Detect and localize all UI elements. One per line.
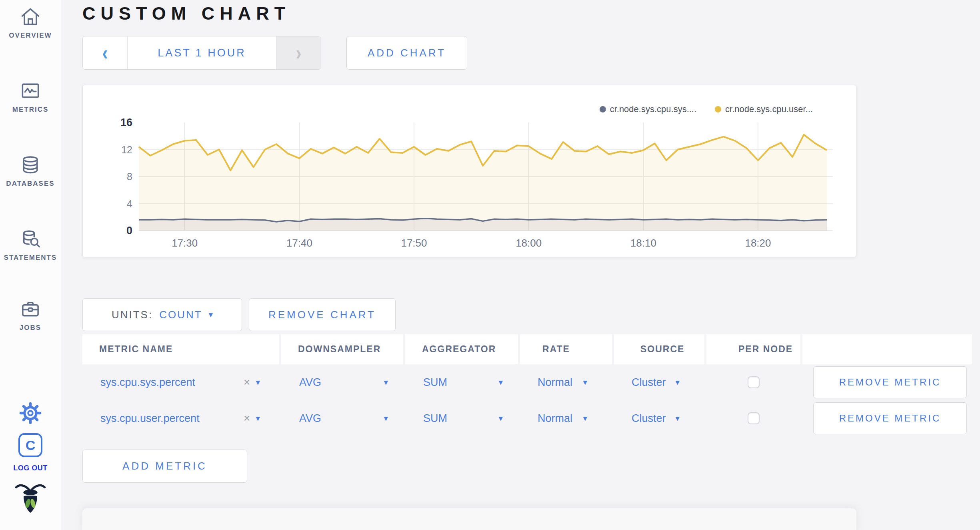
source-value: Cluster <box>632 412 666 425</box>
sidebar-item-jobs[interactable]: JOBS <box>19 298 42 332</box>
main-content: CUSTOM CHART ‹ LAST 1 HOUR › ADD CHART 1… <box>61 0 980 530</box>
cockroach-bug-logo[interactable] <box>15 483 46 516</box>
sidebar-item-databases[interactable]: DATABASES <box>6 154 54 188</box>
time-range-prev-button[interactable]: ‹ <box>83 36 128 69</box>
add-chart-button[interactable]: ADD CHART <box>346 36 467 70</box>
close-icon: × <box>244 412 250 425</box>
per-node-cell <box>706 400 800 436</box>
caret-down-icon: ▾ <box>583 377 587 387</box>
jobs-icon <box>19 298 42 320</box>
sidebar-item-statements[interactable]: STATEMENTS <box>4 228 57 262</box>
caret-down-icon: ▾ <box>256 377 260 387</box>
caret-down-icon: ▾ <box>583 414 587 423</box>
logout-button[interactable]: C LOG OUT <box>13 433 48 472</box>
metric-clear-dropdown[interactable]: × ▾ <box>244 376 260 389</box>
downsampler-value: AVG <box>299 412 321 425</box>
svg-text:18:00: 18:00 <box>516 237 542 249</box>
source-select[interactable]: Cluster ▾ <box>614 400 704 436</box>
remove-chart-button[interactable]: REMOVE CHART <box>249 298 396 331</box>
cockroach-c-logo-icon: C <box>18 433 42 457</box>
remove-metric-button[interactable]: REMOVE METRIC <box>813 402 967 434</box>
time-range-next-button[interactable]: › <box>276 36 321 69</box>
per-node-checkbox[interactable] <box>748 376 760 388</box>
aggregator-value: SUM <box>423 376 447 389</box>
units-label: UNITS: <box>112 309 153 321</box>
column-header-aggregator: AGGREGATOR <box>405 334 518 364</box>
sidebar-item-label: DATABASES <box>6 180 54 188</box>
aggregator-select[interactable]: SUM ▾ <box>405 400 518 436</box>
column-header-source: SOURCE <box>614 334 704 364</box>
sidebar-item-overview[interactable]: OVERVIEW <box>9 6 52 40</box>
metric-name-value[interactable]: sys.cpu.sys.percent <box>100 376 195 389</box>
add-metric-button[interactable]: ADD METRIC <box>82 450 247 483</box>
svg-text:16: 16 <box>120 116 132 128</box>
caret-down-icon: ▾ <box>384 377 388 387</box>
aggregator-value: SUM <box>423 412 447 425</box>
sidebar-item-label: OVERVIEW <box>9 32 52 40</box>
time-range-selector: ‹ LAST 1 HOUR › <box>82 36 321 70</box>
downsampler-select[interactable]: AVG ▾ <box>281 364 403 400</box>
close-icon: × <box>244 376 250 389</box>
svg-text:0: 0 <box>126 225 132 237</box>
table-row-metric-name: sys.cpu.user.percent × ▾ <box>82 400 279 436</box>
rate-value: Normal <box>538 412 572 425</box>
cockroach-bug-icon <box>15 483 46 516</box>
remove-metric-button[interactable]: REMOVE METRIC <box>813 366 967 398</box>
source-value: Cluster <box>632 376 666 389</box>
caret-down-icon: ▾ <box>209 310 213 319</box>
chevron-left-icon: ‹ <box>102 42 108 64</box>
column-header-rate: RATE <box>520 334 612 364</box>
column-header-per-node: PER NODE <box>706 334 800 364</box>
time-range-dropdown[interactable]: LAST 1 HOUR <box>128 36 276 69</box>
rate-select[interactable]: Normal ▾ <box>520 400 612 436</box>
legend-item-sys[interactable]: cr.node.sys.cpu.sys.... <box>600 104 696 114</box>
svg-text:4: 4 <box>127 198 132 209</box>
source-select[interactable]: Cluster ▾ <box>614 364 704 400</box>
column-header-actions <box>802 334 972 364</box>
metric-clear-dropdown[interactable]: × ▾ <box>244 412 260 425</box>
logout-label: LOG OUT <box>13 464 48 472</box>
legend-label: cr.node.sys.cpu.sys.... <box>610 104 696 114</box>
caret-down-icon: ▾ <box>498 377 503 387</box>
caret-down-icon: ▾ <box>675 377 680 387</box>
caret-down-icon: ▾ <box>498 414 503 423</box>
caret-down-icon: ▾ <box>384 414 388 423</box>
rate-select[interactable]: Normal ▾ <box>520 364 612 400</box>
table-row-metric-name: sys.cpu.sys.percent × ▾ <box>82 364 279 400</box>
svg-text:18:20: 18:20 <box>745 237 771 249</box>
chart-legend: cr.node.sys.cpu.sys.... cr.node.sys.cpu.… <box>600 104 813 114</box>
column-header-downsampler: DOWNSAMPLER <box>281 334 403 364</box>
svg-text:8: 8 <box>127 171 132 182</box>
column-header-metric-name: METRIC NAME <box>82 334 279 364</box>
downsampler-select[interactable]: AVG ▾ <box>281 400 403 436</box>
row-actions-cell: REMOVE METRIC <box>802 364 972 400</box>
chevron-right-icon: › <box>296 42 302 64</box>
svg-text:17:50: 17:50 <box>401 237 427 249</box>
page-title: CUSTOM CHART <box>82 3 290 24</box>
units-value: COUNT <box>159 309 202 321</box>
logo-letter: C <box>26 438 36 453</box>
sidebar-item-label: JOBS <box>20 324 41 332</box>
units-dropdown[interactable]: UNITS: COUNT ▾ <box>82 298 242 331</box>
downsampler-value: AVG <box>299 376 321 389</box>
metric-name-value[interactable]: sys.cpu.user.percent <box>100 412 200 425</box>
next-card-peek <box>82 508 856 530</box>
legend-dot <box>600 106 606 112</box>
metrics-table: METRIC NAME DOWNSAMPLER AGGREGATOR RATE … <box>82 334 972 436</box>
svg-text:17:30: 17:30 <box>172 237 198 249</box>
statements-icon <box>19 228 42 250</box>
svg-text:12: 12 <box>121 144 132 155</box>
sidebar-item-metrics[interactable]: METRICS <box>12 80 49 114</box>
sidebar: OVERVIEW METRICS DATABASES STATEMENTS <box>0 0 61 530</box>
per-node-checkbox[interactable] <box>748 412 760 424</box>
legend-label: cr.node.sys.cpu.user... <box>725 104 813 114</box>
rate-value: Normal <box>538 376 572 389</box>
row-actions-cell: REMOVE METRIC <box>802 400 972 436</box>
legend-item-user[interactable]: cr.node.sys.cpu.user... <box>715 104 813 114</box>
gear-icon <box>19 402 42 424</box>
home-icon <box>19 6 42 28</box>
caret-down-icon: ▾ <box>675 414 680 423</box>
settings-button[interactable] <box>19 402 42 424</box>
aggregator-select[interactable]: SUM ▾ <box>405 364 518 400</box>
databases-icon <box>19 154 42 176</box>
